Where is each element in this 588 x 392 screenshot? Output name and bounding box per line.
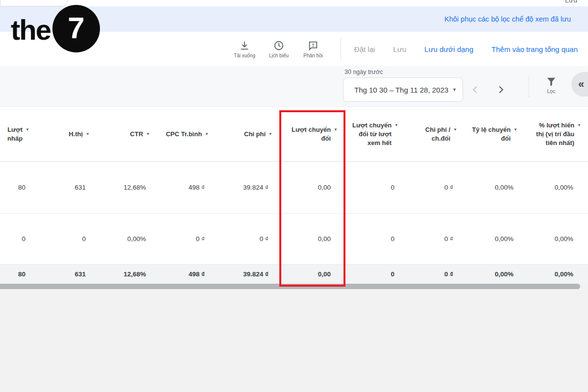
schedule-button[interactable]: Lịch biểu: [264, 40, 294, 58]
cell-conversion-rate: 0,00%: [464, 235, 524, 243]
date-range-preset-label: 30 ngày trước: [344, 69, 383, 75]
horizontal-scrollbar[interactable]: [0, 284, 580, 289]
feedback-label: Phản hồi: [303, 53, 322, 58]
cell-view-through-conversions: 0: [345, 184, 405, 191]
cell-cost: 0 ₫: [216, 235, 279, 243]
cell-ctr: 0,00%: [97, 235, 157, 243]
save-button[interactable]: Lưu: [393, 45, 406, 53]
column-label: % lượt hiển thị (vị trí đầu tiên nhất): [536, 121, 574, 147]
toolbar-buttons: Đặt lại Lưu Lưu dưới dạng Thêm vào trang…: [354, 32, 578, 66]
collapse-panel-button[interactable]: «: [571, 72, 588, 97]
sort-arrow-icon: ▼: [205, 130, 209, 139]
sort-arrow-icon: ▼: [25, 125, 29, 134]
table-body: 8063112,68%498 ₫39.824 ₫0,0000 ₫0,00%0,0…: [0, 162, 588, 265]
total-conversion-rate: 0,00%: [464, 270, 524, 278]
cell-ctr: 12,68%: [97, 184, 157, 191]
cell-clicks: 0: [0, 235, 36, 243]
filter-button[interactable]: Lọc: [541, 77, 562, 94]
total-conversions: 0,00: [279, 270, 345, 278]
column-header-cost[interactable]: Chi phí▼: [216, 107, 279, 161]
double-chevron-left-icon: «: [578, 78, 583, 91]
cutoff-save-button[interactable]: Lưu: [565, 0, 577, 4]
sort-arrow-icon: ▼: [269, 130, 272, 139]
total-ctr: 12,68%: [97, 270, 157, 278]
cell-conversion-rate: 0,00%: [464, 184, 524, 191]
date-range-value: Thg 10 30 – Thg 11 28, 2023: [354, 86, 448, 94]
total-view-through-conversions: 0: [345, 270, 405, 278]
column-header-impressions[interactable]: H.thị▼: [36, 107, 97, 161]
cell-conversions: 0,00: [279, 235, 345, 243]
column-header-cost-per-conversion[interactable]: Chi phí / ch.đổi▼: [405, 107, 464, 161]
cell-cost-per-conversion: 0 ₫: [405, 235, 464, 243]
cell-impression-share-top: 0,00%: [524, 235, 588, 243]
filter-label: Lọc: [547, 88, 556, 94]
column-header-clicks[interactable]: Lượt nhấp▼: [0, 107, 36, 161]
download-icon: [239, 40, 250, 51]
schedule-label: Lịch biểu: [269, 53, 289, 58]
cell-cost-per-conversion: 0 ₫: [405, 184, 464, 191]
sort-arrow-icon: ▼: [577, 121, 581, 130]
sort-arrow-icon: ▼: [146, 130, 150, 139]
reset-button[interactable]: Đặt lại: [354, 45, 375, 53]
sort-arrow-icon: ▼: [334, 125, 338, 134]
column-label: CPC Tr.bình: [166, 130, 202, 139]
download-label: Tải xuống: [234, 53, 255, 58]
cell-avg-cpc: 498 ₫: [157, 184, 216, 191]
column-label: Chi phí / ch.đổi: [425, 125, 450, 143]
feedback-icon: [308, 40, 318, 51]
next-period-button[interactable]: [492, 81, 510, 98]
toolbar-divider: [341, 38, 341, 60]
cell-cost: 39.824 ₫: [216, 184, 279, 191]
column-label: Lượt chuyển đổi từ lượt xem hết: [352, 121, 392, 147]
total-impression-share-top: 0,00%: [524, 270, 588, 278]
logo-circle: 7: [52, 5, 100, 52]
column-header-conversion-rate[interactable]: Tỷ lệ chuyển đổi▼: [464, 107, 524, 161]
logo-number: 7: [68, 13, 84, 43]
feedback-button[interactable]: Phản hồi: [298, 40, 328, 58]
cell-conversions: 0,00: [279, 184, 345, 191]
cell-clicks: 80: [0, 184, 36, 191]
metrics-table: Lượt nhấp▼H.thị▼CTR▼CPC Tr.bình▼Chi phí▼…: [0, 107, 588, 284]
filter-divider: [529, 76, 529, 98]
filter-bar: 30 ngày trước Thg 10 30 – Thg 11 28, 202…: [0, 66, 588, 107]
logo-text: the: [11, 16, 50, 44]
total-avg-cpc: 498 ₫: [157, 270, 216, 278]
the7-logo: the 7: [11, 5, 100, 52]
table-header-row: Lượt nhấp▼H.thị▼CTR▼CPC Tr.bình▼Chi phí▼…: [0, 107, 588, 162]
sort-arrow-icon: ▼: [453, 125, 457, 134]
sort-arrow-icon: ▼: [394, 121, 398, 130]
cell-avg-cpc: 0 ₫: [157, 235, 216, 243]
table-total-row: 8063112,68%498 ₫39.824 ₫0,0000 ₫0,00%0,0…: [0, 265, 588, 284]
table-row: 8063112,68%498 ₫39.824 ₫0,0000 ₫0,00%0,0…: [0, 162, 588, 214]
total-cost-per-conversion: 0 ₫: [405, 270, 464, 278]
restore-saved-filters-link[interactable]: Khôi phục các bộ lọc chế độ xem đã lưu: [444, 15, 571, 23]
column-header-conversions[interactable]: Lượt chuyển đổi▼: [279, 107, 345, 161]
column-header-impression-share-top[interactable]: % lượt hiển thị (vị trí đầu tiên nhất)▼: [524, 107, 588, 161]
add-to-dashboard-button[interactable]: Thêm vào trang tổng quan: [491, 45, 578, 53]
column-label: Lượt chuyển đổi: [292, 125, 331, 143]
total-impressions: 631: [36, 270, 97, 278]
total-cost: 39.824 ₫: [216, 270, 279, 278]
download-button[interactable]: Tải xuống: [229, 40, 260, 58]
chevron-down-icon: ▼: [452, 87, 457, 92]
column-header-view-through-conversions[interactable]: Lượt chuyển đổi từ lượt xem hết▼: [345, 107, 405, 161]
sort-arrow-icon: ▼: [514, 125, 517, 134]
save-as-button[interactable]: Lưu dưới dạng: [424, 45, 473, 53]
total-clicks: 80: [0, 270, 36, 278]
cell-impressions: 631: [36, 184, 97, 191]
cell-impression-share-top: 0,00%: [524, 184, 588, 191]
filter-funnel-icon: [546, 77, 557, 87]
column-label: Tỷ lệ chuyển đổi: [472, 125, 511, 143]
column-label: H.thị: [69, 130, 83, 139]
cell-view-through-conversions: 0: [345, 235, 405, 243]
clock-icon: [273, 40, 284, 51]
column-label: CTR: [130, 130, 143, 139]
date-range-selector[interactable]: Thg 10 30 – Thg 11 28, 2023 ▼: [343, 77, 463, 102]
column-label: Lượt nhấp: [7, 125, 23, 143]
cell-impressions: 0: [36, 235, 97, 243]
column-header-avg-cpc[interactable]: CPC Tr.bình▼: [157, 107, 216, 161]
previous-period-button[interactable]: [466, 81, 484, 98]
column-label: Chi phí: [244, 130, 266, 139]
column-header-ctr[interactable]: CTR▼: [97, 107, 157, 161]
sort-arrow-icon: ▼: [86, 130, 90, 139]
